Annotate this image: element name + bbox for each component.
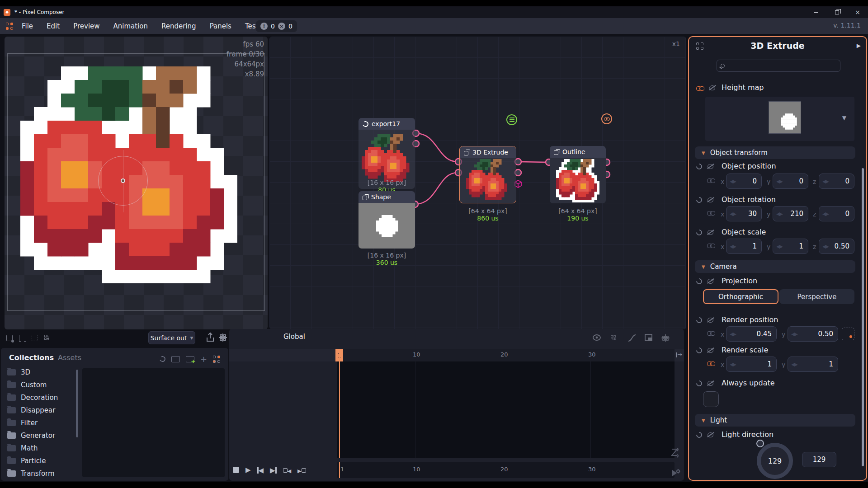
object-rotation-y-input[interactable]: ◀▶210 [773,206,808,221]
onion-skin-icon[interactable] [592,333,602,344]
minimize-button[interactable] [806,6,826,18]
collections-content[interactable] [82,368,225,477]
folder-particle[interactable]: Particle [7,457,46,465]
surface-select[interactable]: Surface out ▼ [148,331,195,344]
refresh-icon[interactable] [159,355,166,363]
skip-to-start-button[interactable]: ◀ [257,466,264,474]
reset-icon[interactable] [695,346,703,354]
preview-panel[interactable]: fps 60 frame 0/30 64x64px x8.89 [5,37,268,329]
folder-custom[interactable]: Custom [7,381,47,389]
curve-editor-icon[interactable] [627,333,637,344]
gizmo-crosshair[interactable] [98,156,148,206]
folder-disappear[interactable]: Disappear [7,406,55,414]
search-input[interactable] [717,60,840,72]
split-view-icon[interactable] [17,333,28,344]
render-scale-x-input[interactable]: ◀▶1 [726,357,777,372]
lock-canvas-icon[interactable] [5,333,15,344]
node-graph-panel[interactable]: x1 export17 [269,37,686,329]
reset-icon[interactable] [695,162,703,170]
timeline-ruler[interactable]: 1 10 20 30 → [229,349,684,361]
menu-rendering[interactable]: Rendering [161,22,196,30]
playhead-line[interactable] [339,349,340,458]
export-icon[interactable] [205,331,216,344]
object-position-z-input[interactable]: ◀▶0 [819,174,854,189]
reset-icon[interactable] [695,379,703,387]
folder-transform[interactable]: Transform [7,469,55,478]
projection-perspective-button[interactable]: Perspective [779,289,854,304]
restore-button[interactable] [826,6,847,18]
folder-decoration[interactable]: Decoration [7,394,58,402]
close-button[interactable]: × [847,6,868,18]
timeline-scrubber[interactable]: 1 10 20 30 [337,462,675,478]
folder-generator[interactable]: Generator [7,432,55,440]
timeline-tracks[interactable] [229,361,684,458]
canvas-area-icon[interactable] [30,333,41,344]
node-outline[interactable]: Outline [550,146,606,203]
node-shape[interactable]: Shape [359,191,415,249]
notification-area[interactable]: ! 0 × 0 [256,20,297,32]
render-scale-y-input[interactable]: ◀▶1 [788,357,838,372]
folder-filter[interactable]: Filter [7,419,38,427]
object-scale-y-input[interactable]: ◀▶1 [773,239,808,254]
folder-3d[interactable]: 3D [7,368,30,376]
skip-to-end-button[interactable]: ▶ [270,466,277,474]
object-scale-z-input[interactable]: ◀▶0.50 [819,239,854,254]
object-rotation-x-input[interactable]: ◀▶30 [726,206,762,221]
section-light[interactable]: ▼ Light [695,414,855,427]
projection-orthographic-button[interactable]: Orthographic [703,289,778,304]
position-picker-button[interactable] [842,328,854,340]
reset-icon[interactable] [695,431,703,439]
height-map-field[interactable]: ▼ [705,97,854,141]
render-position-y-input[interactable]: ◀▶0.50 [788,326,838,342]
folder-icon[interactable] [171,356,180,362]
play-settings-icon[interactable] [670,468,681,478]
reset-icon[interactable] [695,316,703,324]
reset-icon[interactable] [695,196,703,204]
prev-keyframe-button[interactable]: ◀ [283,466,291,474]
node-3d-extrude[interactable]: 3D Extrude [459,146,516,203]
menu-file[interactable]: File [22,22,33,30]
section-object-transform[interactable]: ▼ Object transform [695,146,855,159]
tab-collections[interactable]: Collections [9,353,54,362]
reset-icon[interactable] [695,228,703,236]
object-scale-x-input[interactable]: ◀▶1 [726,239,762,254]
object-rotation-z-input[interactable]: ◀▶0 [819,206,854,221]
stop-button[interactable] [233,467,239,473]
home-button[interactable] [3,20,16,32]
tab-assets[interactable]: Assets [58,353,81,362]
knob-handle[interactable] [756,440,764,447]
object-position-y-input[interactable]: ◀▶0 [773,174,808,189]
menu-animation[interactable]: Animation [113,22,148,30]
chevron-down-icon[interactable]: ▼ [842,115,846,121]
loop-mode-icon[interactable] [670,447,681,458]
grid-settings-icon[interactable] [42,333,53,344]
play-button[interactable]: ▶ [245,466,251,474]
next-keyframe-button[interactable]: ▶ [297,466,306,474]
height-map-thumbnail[interactable] [769,101,801,134]
always-update-checkbox[interactable] [703,391,719,407]
inspect-badge-icon[interactable] [506,114,517,125]
reset-icon[interactable] [695,277,703,285]
jump-end-icon[interactable]: → [676,351,682,358]
menu-edit[interactable]: Edit [47,22,60,30]
preview-badge-eye-icon[interactable] [601,113,612,124]
timeline-grid-icon[interactable] [609,333,620,344]
new-folder-icon[interactable] [186,356,194,362]
folder-math[interactable]: Math [7,444,38,452]
panel-expand-icon[interactable]: ▶ [857,42,861,49]
collections-scrollbar[interactable] [76,370,78,437]
center-canvas-icon[interactable] [217,331,229,344]
timeline-fit-icon[interactable] [660,333,670,344]
view-grid-icon[interactable] [213,356,220,363]
inspector-scrollbar[interactable] [862,168,864,466]
object-position-x-input[interactable]: ◀▶0 [726,174,762,189]
light-direction-knob[interactable]: 129 [757,443,793,479]
render-position-x-input[interactable]: ◀▶0.45 [726,326,777,342]
menu-panels[interactable]: Panels [210,22,231,30]
light-direction-input[interactable]: 129 [802,452,836,467]
add-icon[interactable]: + [200,354,207,364]
node-export17[interactable]: export17 [359,118,415,189]
menu-preview[interactable]: Preview [73,22,99,30]
section-camera[interactable]: ▼ Camera [695,260,855,273]
dope-sheet-icon[interactable] [644,333,653,344]
